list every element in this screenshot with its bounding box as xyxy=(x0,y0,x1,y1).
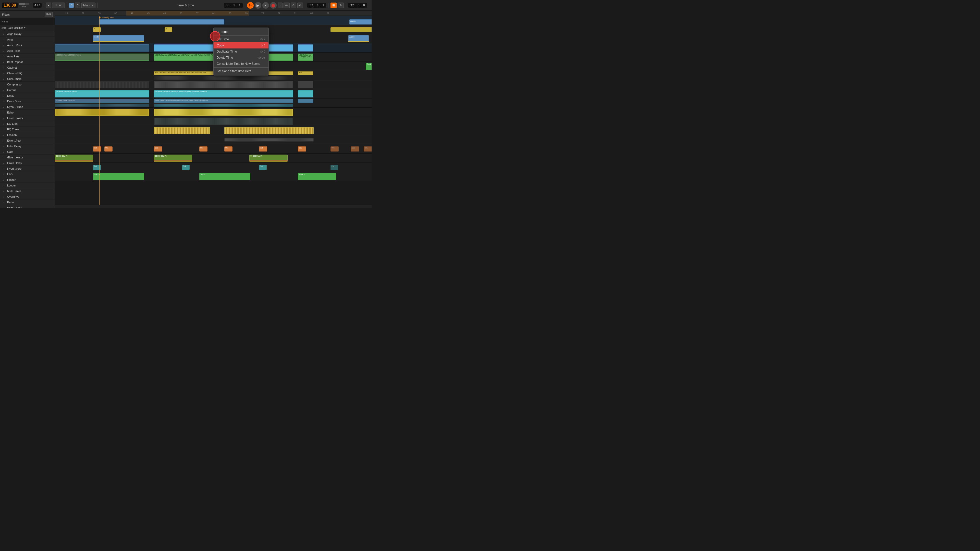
sidebar-item-dyna____tube[interactable]: ♪ Dyna... Tube xyxy=(0,104,55,110)
follow-2[interactable]: Follow Follow Follow Follow Follow Follo… xyxy=(154,99,293,103)
sidebar-item-hybri___verb[interactable]: ♪ Hybri...verb xyxy=(0,166,55,171)
dense-1[interactable] xyxy=(55,81,149,88)
sidebar-item-amp[interactable]: ♪ Amp xyxy=(0,37,55,42)
follow-dark-1[interactable] xyxy=(55,103,149,107)
sidebar-item-compressor[interactable]: ♪ Compressor xyxy=(0,82,55,87)
orange-5[interactable]: 001 xyxy=(224,146,232,151)
piano-1[interactable] xyxy=(55,109,149,116)
sidebar-item-envel___lower[interactable]: ♪ Envel...lower xyxy=(0,115,55,121)
sidebar-item-auto_pan[interactable]: ♪ Auto Pan xyxy=(0,54,55,59)
audio-clip-1[interactable] xyxy=(99,19,224,24)
orange-3[interactable]: 001 xyxy=(154,146,162,151)
sidebar-item-looper[interactable]: ♪ Looper xyxy=(0,183,55,188)
follow-1[interactable]: Fc Follow Follow Follow Fol xyxy=(55,99,149,103)
orange-10[interactable]: 001 xyxy=(364,146,372,151)
piano-2[interactable] xyxy=(154,109,293,116)
follow-3[interactable] xyxy=(298,99,313,103)
sidebar-item-eq_three[interactable]: ♪ EQ Three xyxy=(0,127,55,132)
orange-1[interactable]: 001 xyxy=(93,146,101,151)
key-selector[interactable]: C xyxy=(75,3,80,8)
punch-btn[interactable]: ⊙ xyxy=(298,3,303,8)
fol-4[interactable]: Fol xyxy=(331,165,338,170)
sidebar-item-delay[interactable]: ♪ Delay xyxy=(0,93,55,98)
clip-view-btn[interactable]: ✎ xyxy=(338,3,344,8)
sidebar-item-glue____essor[interactable]: ♪ Glue ...essor xyxy=(0,155,55,160)
sidebar-item-align_delay[interactable]: ♪ Align Delay xyxy=(0,31,55,37)
drum-2[interactable]: ff brt xyxy=(298,71,313,75)
menu-set-start[interactable]: Set Song Start Time Here xyxy=(213,68,269,74)
dark-1[interactable] xyxy=(154,118,293,125)
yellow-clip-3[interactable] xyxy=(331,27,372,32)
orange-8[interactable]: 001 xyxy=(331,146,339,151)
track1-3[interactable]: Track 1 xyxy=(298,173,336,180)
yd-1[interactable] xyxy=(154,127,210,134)
track1-2[interactable]: Track 1 xyxy=(199,173,250,180)
teal-1[interactable]: Track 1 xyxy=(366,63,372,70)
sidebar-item-beat_repeat[interactable]: ♪ Beat Repeat xyxy=(0,59,55,65)
cyan-2[interactable]: Pla Pla Pla Pla Pla Pla Pla Pla Pla Pla … xyxy=(154,90,293,97)
sidebar-item-phas___nger[interactable]: ♪ Phas...nger xyxy=(0,205,55,208)
play-btn[interactable]: ▶ xyxy=(255,2,261,9)
sidebar-item-echo[interactable]: ♪ Echo xyxy=(0,110,55,115)
fol-2[interactable]: Foll xyxy=(182,165,189,170)
menu-duplicate-time[interactable]: Duplicate Time ⇧⌘D xyxy=(213,48,269,55)
sidebar-item-gate[interactable]: ♪ Gate xyxy=(0,149,55,155)
sidebar-item-cabinet[interactable]: ♪ Cabinet xyxy=(0,65,55,70)
loop-size-btn[interactable]: 1 Bar xyxy=(52,3,65,8)
orange-7[interactable]: 001 xyxy=(298,146,306,151)
sidebar-item-multi___mics[interactable]: ♪ Multi...mics xyxy=(0,188,55,194)
time-sig-display[interactable]: 4 / 4 xyxy=(33,3,41,8)
sidebar-item-drum_buss[interactable]: ♪ Drum Buss xyxy=(0,98,55,104)
add-btn[interactable]: + xyxy=(278,3,283,8)
sidebar-item-exter___ffect[interactable]: ♪ Exter...ffect xyxy=(0,138,55,143)
orange-9[interactable]: 001 xyxy=(351,146,359,151)
fol-3[interactable]: Fol xyxy=(259,165,267,170)
sidebar-item-lfo[interactable]: ♪ LFO xyxy=(0,171,55,177)
horizontal-scrollbar[interactable] xyxy=(55,205,372,208)
track1-1[interactable]: Track 1 xyxy=(93,173,144,180)
follow-btn[interactable]: ▷ xyxy=(247,2,254,9)
midi-f-3[interactable]: MIDI Follow Me - Lange's Club xyxy=(298,54,313,61)
sidebar-item-eq_eight[interactable]: ♪ EQ Eight xyxy=(0,121,55,127)
dense-2[interactable] xyxy=(154,81,293,88)
sidebar-item-filter_delay[interactable]: ♪ Filter Delay xyxy=(0,143,55,149)
sidebar-item-grain_delay[interactable]: ♪ Grain Delay xyxy=(0,160,55,166)
tempo-display[interactable]: 136.00 xyxy=(2,3,18,8)
record-btn[interactable]: ⬤ xyxy=(270,2,277,9)
menu-loop[interactable]: ✓Loop xyxy=(213,29,269,35)
loop-btn[interactable]: ⟳ xyxy=(291,3,296,8)
scale-selector[interactable]: Minor ▼ xyxy=(81,3,95,8)
stop-btn[interactable]: ■ xyxy=(262,2,269,9)
menu-copy[interactable]: Copy ⌘C xyxy=(213,42,269,48)
arrange-view-btn[interactable]: ⊟ xyxy=(331,3,337,8)
blue-wide-1[interactable]: ... xyxy=(55,44,149,52)
pencil-btn[interactable]: ✏ xyxy=(283,3,290,8)
menu-consolidate[interactable]: Consolidate Time to New Scene xyxy=(213,61,269,67)
blue-wide-3[interactable] xyxy=(298,44,313,52)
orange-4[interactable]: 001 xyxy=(199,146,207,151)
orange-2[interactable]: 001 xyxy=(104,146,113,151)
sidebar-item-limiter[interactable]: ♪ Limiter xyxy=(0,177,55,183)
audio-clip-2[interactable]: Audio xyxy=(349,19,372,24)
menu-delete-time[interactable]: Delete Time ⇧⌘Del xyxy=(213,55,269,61)
follow-dark-2[interactable] xyxy=(154,103,293,107)
overdub-btn[interactable]: ● xyxy=(46,3,51,8)
yellow-clip-2[interactable]: A xyxy=(165,27,172,32)
dbar-1[interactable] xyxy=(224,138,313,141)
sidebar-item-corpus[interactable]: ♪ Corpus xyxy=(0,87,55,93)
dense-3[interactable] xyxy=(298,81,313,88)
sidebar-item-overdrive[interactable]: ♪ Overdrive xyxy=(0,194,55,200)
sidebar-item-channel_eq[interactable]: ♪ Channel EQ xyxy=(0,70,55,76)
yellow-clip-1[interactable]: A xyxy=(93,27,101,32)
cyan-1[interactable]: Pla Pla Pla Pla Pla Pla Pla Pla xyxy=(55,90,149,97)
yd-2[interactable] xyxy=(224,127,313,134)
sidebar-item-erosion[interactable]: ♪ Erosion xyxy=(0,132,55,138)
sidebar-item-pedal[interactable]: ♪ Pedal xyxy=(0,200,55,205)
edit-btn[interactable]: Edit xyxy=(45,12,52,17)
fol-1[interactable]: Fol xyxy=(93,165,101,170)
sidebar-item-chor___mble[interactable]: ♪ Chor...mble xyxy=(0,76,55,82)
sidebar-item-audi____rack[interactable]: ♪ Audi... Rack xyxy=(0,42,55,48)
date-modified-filter[interactable]: Date Modified ▼ xyxy=(7,27,26,29)
orange-6[interactable]: 001 xyxy=(259,146,267,151)
menu-cut-time[interactable]: Cut Time ⇧⌘X xyxy=(213,36,269,42)
